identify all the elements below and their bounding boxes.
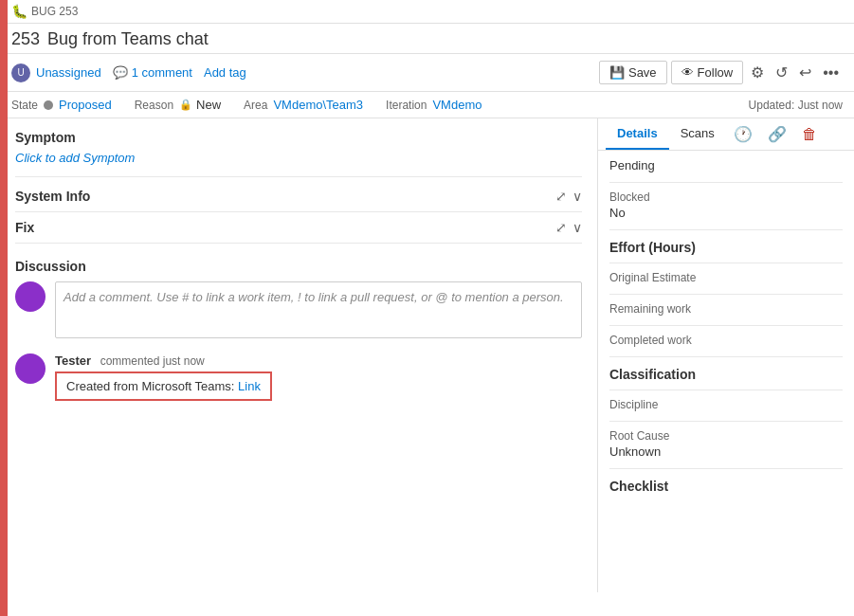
comment-author: Tester: [55, 353, 91, 368]
comment-link-text: Created from Microsoft Teams:: [66, 379, 238, 393]
fix-controls[interactable]: ⤢ ∨: [555, 220, 582, 235]
pending-value: Pending: [609, 158, 843, 172]
original-estimate-label: Original Estimate: [609, 271, 843, 284]
bug-title: Bug from Teams chat: [47, 29, 209, 49]
classification-heading: Classification: [609, 367, 843, 382]
lock-icon: 🔒: [179, 99, 192, 111]
main-content: Symptom Click to add Symptom System Info…: [0, 118, 854, 592]
link-button[interactable]: 🔗: [760, 119, 794, 149]
follow-label: Follow: [698, 65, 734, 80]
divider2: [609, 229, 843, 230]
completed-work-label: Completed work: [609, 334, 843, 347]
title-row: 253 Bug from Teams chat: [0, 24, 854, 54]
assignee-label: Unassigned: [36, 65, 101, 80]
blocked-section: Blocked No: [609, 190, 843, 220]
system-info-section: System Info ⤢ ∨: [15, 181, 582, 212]
comment-input[interactable]: Add a comment. Use # to link a work item…: [55, 281, 582, 338]
bug-id-label: BUG 253: [31, 5, 78, 18]
tab-scans[interactable]: Scans: [669, 118, 726, 150]
comment-icon: 💬: [113, 65, 128, 80]
discussion-section: Discussion Add a comment. Use # to link …: [15, 259, 582, 401]
original-estimate-section: Original Estimate: [609, 271, 843, 284]
remaining-work-section: Remaining work: [609, 302, 843, 316]
state-field: State Proposed: [11, 98, 112, 112]
gear-button[interactable]: ⚙: [747, 60, 768, 85]
symptom-title: Symptom: [15, 130, 582, 145]
iteration-value[interactable]: VMdemo: [432, 98, 482, 112]
save-label: Save: [628, 65, 657, 80]
bug-icon: 🐛: [11, 4, 27, 19]
divider7: [609, 390, 843, 390]
comment-item: Tester commented just now Created from M…: [15, 353, 582, 401]
refresh-button[interactable]: ↺: [772, 60, 791, 85]
action-bar: U Unassigned 💬 1 comment Add tag 💾 Save …: [0, 54, 854, 92]
comment-input-row: Add a comment. Use # to link a work item…: [15, 281, 582, 338]
more-button[interactable]: •••: [819, 61, 843, 85]
left-panel: Symptom Click to add Symptom System Info…: [0, 118, 598, 592]
system-info-controls[interactable]: ⤢ ∨: [555, 189, 582, 204]
effort-heading: Effort (Hours): [609, 240, 843, 255]
tab-details[interactable]: Details: [606, 118, 669, 150]
iteration-field: Iteration VMdemo: [386, 98, 482, 112]
blocked-label: Blocked: [609, 190, 843, 204]
iteration-label: Iteration: [386, 99, 427, 112]
chevron-down-icon[interactable]: ∨: [572, 189, 582, 204]
commenter-avatar: [15, 353, 45, 384]
pending-section: Pending: [609, 158, 843, 172]
root-cause-label: Root Cause: [609, 429, 843, 443]
completed-work-section: Completed work: [609, 334, 843, 347]
comment-body: Tester commented just now Created from M…: [55, 353, 582, 401]
tabs-row: Details Scans 🕐 🔗 🗑: [598, 118, 854, 151]
current-user-avatar: [15, 281, 45, 312]
root-cause-value: Unknown: [609, 444, 843, 459]
chevron-down-icon[interactable]: ∨: [572, 220, 582, 235]
divider5: [609, 325, 843, 326]
expand-icon[interactable]: ⤢: [555, 220, 567, 235]
divider3: [609, 263, 843, 263]
follow-button[interactable]: 👁 Follow: [671, 61, 744, 84]
bug-number: 253: [11, 29, 40, 49]
symptom-section: Click to add Symptom: [15, 151, 582, 177]
bug-id-bar: 🐛 BUG 253: [0, 0, 854, 24]
comment-time: commented just now: [100, 354, 205, 368]
divider9: [609, 468, 843, 469]
comment-count[interactable]: 💬 1 comment: [113, 65, 192, 80]
remaining-work-label: Remaining work: [609, 302, 843, 316]
follow-icon: 👁: [681, 65, 694, 80]
add-tag-button[interactable]: Add tag: [204, 65, 246, 80]
divider1: [609, 182, 843, 183]
save-button[interactable]: 💾 Save: [599, 61, 667, 84]
blocked-value: No: [609, 206, 843, 220]
area-value[interactable]: VMdemo\Team3: [273, 98, 363, 112]
right-panel: Details Scans 🕐 🔗 🗑 Pending Blocked No E…: [598, 118, 854, 592]
system-info-title: System Info: [15, 189, 90, 204]
area-field: Area VMdemo\Team3: [244, 98, 363, 112]
reason-value-area: 🔒 New: [179, 98, 221, 112]
symptom-placeholder[interactable]: Click to add Symptom: [15, 151, 135, 165]
metadata-bar: State Proposed Reason 🔒 New Area VMdemo\…: [0, 92, 854, 118]
assignee-avatar: U: [11, 63, 30, 82]
root-cause-section: Root Cause Unknown: [609, 429, 843, 459]
comment-link[interactable]: Link: [238, 379, 261, 393]
right-content: Pending Blocked No Effort (Hours) Origin…: [598, 151, 854, 505]
area-label: Area: [244, 99, 267, 112]
reason-label: Reason: [135, 99, 173, 112]
checklist-heading: Checklist: [609, 479, 843, 494]
delete-button[interactable]: 🗑: [794, 120, 825, 149]
state-value[interactable]: Proposed: [59, 98, 112, 112]
reason-value: New: [196, 98, 221, 112]
comment-link-box: Created from Microsoft Teams: Link: [55, 371, 272, 401]
save-icon: 💾: [609, 65, 625, 80]
assignee-area[interactable]: U Unassigned: [11, 63, 101, 82]
history-button[interactable]: 🕐: [726, 119, 760, 149]
updated-text: Updated: Just now: [749, 99, 843, 112]
discipline-section: Discipline: [609, 398, 843, 411]
comment-count-text: 1 comment: [132, 65, 192, 80]
toolbar-right: 💾 Save 👁 Follow ⚙ ↺ ↩ •••: [599, 60, 843, 85]
expand-icon[interactable]: ⤢: [555, 189, 567, 204]
fix-section: Fix ⤢ ∨: [15, 212, 582, 244]
state-dot: [44, 100, 53, 110]
comment-header: Tester commented just now: [55, 353, 582, 368]
undo-button[interactable]: ↩: [795, 60, 815, 85]
discipline-label: Discipline: [609, 398, 843, 411]
